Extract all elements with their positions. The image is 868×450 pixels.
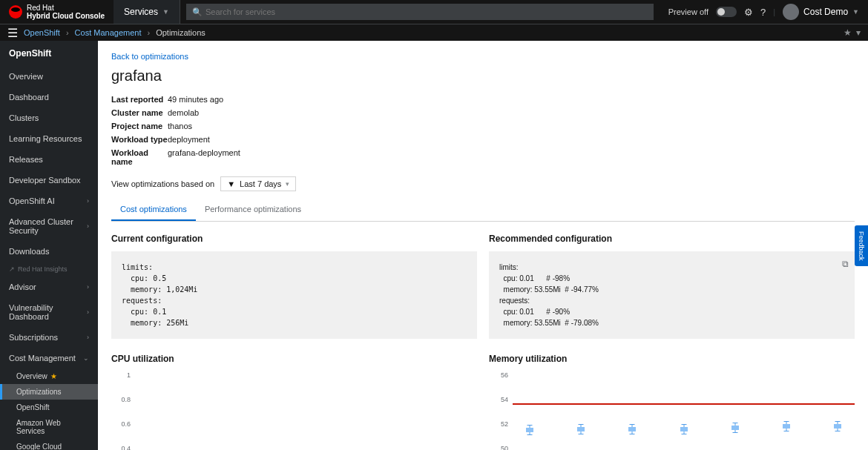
top-bar: Red Hat Hybrid Cloud Console Services▼ 🔍… <box>0 0 868 24</box>
tab-cost[interactable]: Cost optimizations <box>111 199 196 221</box>
sidebar-item[interactable]: Overview <box>0 66 98 87</box>
brand-text: Red Hat Hybrid Cloud Console <box>27 4 105 20</box>
sidebar-item[interactable]: Releases <box>0 149 98 170</box>
sidebar-item[interactable]: Subscriptions› <box>0 327 98 348</box>
breadcrumb-current: Optimizations <box>156 28 206 37</box>
help-icon[interactable]: ? <box>760 7 766 18</box>
current-config-card: Current configuration limits: cpu: 0.5 m… <box>111 234 477 339</box>
main-content: Back to optimizations grafana Last repor… <box>98 41 868 450</box>
info-row: Cluster namedemolab <box>111 108 855 117</box>
copy-icon[interactable]: ⧉ <box>842 257 849 271</box>
chevron-down-icon: ▼ <box>162 8 169 16</box>
sidebar-subitem[interactable]: Optimizations <box>0 384 98 400</box>
sidebar-item[interactable]: Advisor› <box>0 277 98 297</box>
filter-row: View optimizations based on ▼ Last 7 day… <box>111 176 855 191</box>
chart-title: CPU utilization <box>111 354 477 364</box>
back-link[interactable]: Back to optimizations <box>111 52 188 61</box>
services-dropdown[interactable]: Services▼ <box>114 0 180 24</box>
info-row: Project namethanos <box>111 122 855 130</box>
info-row: Workload typedeployment <box>111 135 855 144</box>
breadcrumb-link[interactable]: OpenShift <box>24 28 60 37</box>
funnel-icon: ▼ <box>227 179 235 188</box>
preview-toggle[interactable] <box>716 7 737 17</box>
chevron-down-icon: ▼ <box>852 8 859 16</box>
preview-label: Preview off <box>668 7 708 16</box>
gear-icon[interactable]: ⚙ <box>744 7 753 18</box>
sidebar-item[interactable]: Dashboard <box>0 87 98 107</box>
sidebar-subitem[interactable]: Overview★ <box>0 368 98 384</box>
page-title: grafana <box>111 67 855 85</box>
chart-title: Memory utilization <box>489 354 855 364</box>
sidebar-item[interactable]: Advanced Cluster Security› <box>0 211 98 241</box>
filter-label: View optimizations based on <box>111 179 214 188</box>
star-icon[interactable]: ★ <box>844 27 852 38</box>
code-block: ⧉limits: cpu: 0.01 # -98% memory: 53.55M… <box>489 251 855 339</box>
info-row: Workload namegrafana-deployment <box>111 148 855 166</box>
sidebar: OpenShift OverviewDashboardClustersLearn… <box>0 41 98 450</box>
logo[interactable]: Red Hat Hybrid Cloud Console <box>0 4 114 20</box>
sidebar-subitem[interactable]: Amazon Web Services <box>0 415 98 439</box>
chevron-right-icon: › <box>66 28 69 37</box>
sidebar-item[interactable]: Downloads <box>0 241 98 262</box>
breadcrumb: OpenShift › Cost Management › Optimizati… <box>24 28 206 37</box>
sidebar-subitem[interactable]: OpenShift <box>0 400 98 415</box>
top-right: Preview off ⚙ ? | Cost Demo ▼ <box>660 4 868 20</box>
card-title: Recommended configuration <box>489 234 855 244</box>
tabs: Cost optimizations Performance optimizat… <box>111 199 855 222</box>
redhat-icon <box>9 5 22 19</box>
sidebar-subitem[interactable]: Google Cloud Platform <box>0 439 98 450</box>
code-block: limits: cpu: 0.5 memory: 1,024Mi request… <box>111 251 477 339</box>
chevron-down-icon[interactable]: ▾ <box>856 27 861 38</box>
memory-chart: Memory utilization 5654525048Jul 22Jul 2… <box>489 354 855 450</box>
cpu-chart: CPU utilization 10.80.60.40.2Jul 22Jul 2… <box>111 354 477 450</box>
chevron-right-icon: › <box>147 28 150 37</box>
info-row: Last reported49 minutes ago <box>111 95 855 104</box>
sidebar-item[interactable]: Developer Sandbox <box>0 170 98 191</box>
filter-dropdown[interactable]: ▼ Last 7 days ▾ <box>220 176 296 191</box>
breadcrumb-bar: ☰ OpenShift › Cost Management › Optimiza… <box>0 24 868 41</box>
sidebar-section: OpenShift <box>0 41 98 66</box>
sidebar-item[interactable]: Cost Management⌄ <box>0 348 98 368</box>
sidebar-item[interactable]: OpenShift AI› <box>0 191 98 211</box>
hamburger-icon[interactable]: ☰ <box>7 26 18 40</box>
tab-performance[interactable]: Performance optimizations <box>196 199 310 221</box>
recommended-config-card: Recommended configuration ⧉limits: cpu: … <box>489 234 855 339</box>
user-menu[interactable]: Cost Demo ▼ <box>783 4 859 20</box>
sidebar-item[interactable]: Learning Resources <box>0 128 98 149</box>
search-wrap: 🔍 <box>180 4 660 20</box>
search-input[interactable] <box>186 4 654 20</box>
sidebar-hint: ↗ Red Hat Insights <box>0 262 98 277</box>
sidebar-item[interactable]: Clusters <box>0 107 98 128</box>
card-title: Current configuration <box>111 234 477 244</box>
avatar <box>783 4 799 20</box>
sidebar-item[interactable]: Vulnerability Dashboard› <box>0 297 98 327</box>
feedback-tab[interactable]: Feedback <box>855 225 868 267</box>
search-icon: 🔍 <box>192 7 203 17</box>
chevron-down-icon: ▾ <box>286 180 289 188</box>
breadcrumb-link[interactable]: Cost Management <box>75 28 142 37</box>
